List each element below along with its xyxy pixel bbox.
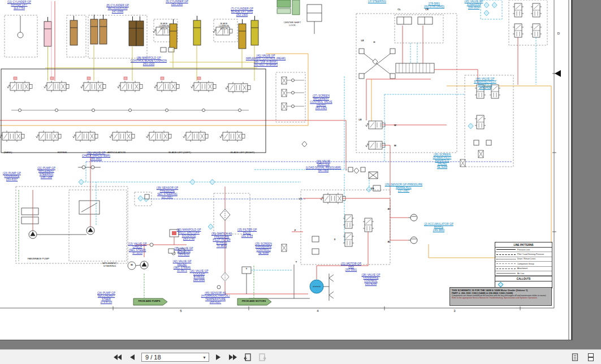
schematic-label[interactable]: (35) VALVE GP CHECK(N) 193-9230 bbox=[175, 247, 193, 256]
schematic-label[interactable]: (16) VALVE GP COOLER BYPASS 266-1595 bbox=[190, 270, 209, 282]
schematic-label[interactable]: (36) VALVE GP CHECK (IMPL/STEER) 255-363… bbox=[82, 151, 110, 161]
schematic-label: BLADE LIFT (RIGHT) bbox=[231, 151, 254, 154]
schematic-label[interactable]: (27) SCREEN IMPLEMENT CONTROL VALVE (REA… bbox=[310, 94, 332, 110]
page-lines-icon bbox=[587, 353, 595, 361]
schematic-label[interactable]: (38) MANIFOLD GP CONTROL BLADE CUSHION 2… bbox=[131, 57, 167, 66]
schematic-label[interactable]: (15) FILTER GP PILOT 191-9784 bbox=[237, 228, 257, 237]
schematic-label[interactable]: (13) VALVE GP CHECK (SEC STEER) 9T-1013 bbox=[128, 242, 147, 255]
schematic-label: H bbox=[374, 41, 375, 44]
page-with-arrow-disabled-icon bbox=[258, 353, 266, 361]
schematic-label[interactable]: (25) SCREEN (FAN/BRAKE CONTROL) 6E-5088 bbox=[255, 242, 272, 255]
next-view-button[interactable] bbox=[257, 352, 268, 363]
schematic-note-box: THIS SCHEMATIC IS FOR THE 140M & 160M Mo… bbox=[449, 287, 552, 306]
schematic-label[interactable]: (31) SWITCH AS PRESSURE PILOT FILTER BYP… bbox=[211, 232, 232, 248]
schematic-label: (BANK) bbox=[4, 151, 12, 154]
schematic-label[interactable]: (26) SCREEN (STEER PILOT MANIFOLD VALVE)… bbox=[433, 153, 452, 168]
legend-row: Component Group bbox=[495, 262, 552, 266]
schematic-label: M bbox=[131, 264, 132, 267]
schematic-label[interactable]: LH STEERING bbox=[368, 0, 386, 3]
schematic-label[interactable]: (34) VALVE SHUTTLE (LOAD SIGNAL RESOLVER… bbox=[306, 160, 341, 172]
page-with-arrow-icon bbox=[244, 353, 252, 361]
schematic-label: ARTICULATION bbox=[107, 151, 126, 154]
schematic-label: T bbox=[246, 268, 247, 271]
schematic-label: A2 bbox=[387, 241, 390, 244]
schematic-label[interactable]: (11) CYLINDER GP RIPPER LIFT 113-7754 bbox=[7, 1, 31, 10]
schematic-label: P bbox=[295, 229, 296, 232]
continuous-view-button[interactable] bbox=[585, 352, 596, 363]
legend-row: Air Line bbox=[495, 271, 552, 276]
left-triangle-icon bbox=[130, 354, 135, 360]
schematic-label[interactable]: (29) SENSOR GP-PRESSURE BRAKE ACC 237-09… bbox=[385, 183, 422, 192]
schematic-label[interactable]: (42) VALVE GP RELIEF (SEC STEER) 9T-8971 bbox=[173, 260, 192, 272]
next-page-button[interactable] bbox=[213, 352, 224, 363]
schematic-label: LS bbox=[299, 198, 301, 201]
double-left-triangle-icon bbox=[114, 354, 122, 360]
schematic-label: IMPLEMENT/ STEERING bbox=[102, 262, 118, 267]
page-outline-icon bbox=[571, 353, 579, 361]
page-number-select[interactable]: 9 / 18 ▼ bbox=[141, 353, 209, 362]
schematic-label: FROM AWD PUMPS bbox=[138, 300, 160, 303]
schematic-label[interactable]: (8) CYLINDER GP ARTICULATION 247-0096 bbox=[106, 4, 129, 13]
schematic-label: FAN/BRAKE PUMP bbox=[28, 257, 50, 260]
schematic-label[interactable]: (21) PUMP GP IMPLEMENT STEERING 238-7298 bbox=[37, 167, 55, 179]
previous-view-button[interactable] bbox=[242, 352, 253, 363]
schematic-label: BLADE CUSHION ATTCH bbox=[219, 23, 229, 30]
single-page-view-button[interactable] bbox=[569, 352, 581, 363]
callouts-title: CALLOUTS bbox=[495, 276, 552, 281]
schematic-label[interactable]: (2) ACCUMULATOR GP BRAKE 249-3860 bbox=[424, 223, 453, 232]
schematic-label[interactable]: (44) VALVE GP STEERING PILOT MANIFOLD 25… bbox=[474, 77, 496, 90]
schematic-label: 5 bbox=[180, 309, 181, 313]
schematic-label: A1 bbox=[387, 208, 390, 211]
schematic-label: BLADE LIFT (LEFT) bbox=[168, 151, 191, 154]
line-patterns-legend: LINE PATTERNS Pressure LinePilot / Load … bbox=[495, 242, 552, 288]
schematic-label[interactable]: (6) CYLINDER GP 262-1900 bbox=[166, 0, 188, 6]
schematic-label: X bbox=[334, 239, 336, 241]
previous-page-button[interactable] bbox=[127, 352, 138, 363]
last-page-button[interactable] bbox=[227, 352, 239, 363]
schematic-label: D bbox=[557, 32, 560, 36]
schematic-label: LE bbox=[361, 40, 364, 42]
schematic-label[interactable]: (39) SENSOR GP PRESSURE SEC STEERING 237… bbox=[157, 187, 178, 199]
schematic-label: CR bbox=[425, 8, 429, 11]
schematic-label[interactable]: (45) SENSOR AS (HYDRAULIC FAN OIL) TEMPE… bbox=[201, 292, 230, 304]
page-navigation: 9 / 18 ▼ bbox=[112, 352, 268, 363]
schematic-label: 3 bbox=[453, 309, 455, 313]
dropdown-arrow-icon: ▼ bbox=[202, 356, 206, 359]
schematic-label: FROM AWD MOTORS bbox=[242, 300, 266, 303]
schematic-label[interactable]: (24) PUMP GP SECONDARY STEER 273-8714 bbox=[97, 292, 115, 304]
note-lines: THIS SCHEMATIC IS FOR THE 140M & 160M Mo… bbox=[452, 289, 550, 300]
legend-rows: Pressure LinePilot / Load Sensing Pressu… bbox=[495, 248, 552, 276]
schematic-label: RIPPER bbox=[58, 151, 67, 154]
right-triangle-icon bbox=[216, 354, 220, 360]
schematic-label: T bbox=[296, 261, 297, 264]
schematic-label: CL bbox=[397, 8, 400, 11]
schematic-label[interactable]: (43) VALVE GP STEERING 308-0934 bbox=[465, 0, 483, 9]
schematic-label[interactable]: (21) MOTOR GP FAN 250-9831 bbox=[341, 262, 361, 271]
legend-row: Pilot / Load Sensing Pressure bbox=[495, 252, 552, 257]
legend-row: Drain / Return Lines bbox=[495, 257, 552, 262]
view-mode-buttons bbox=[569, 352, 596, 363]
double-right-triangle-icon bbox=[229, 354, 237, 360]
schematic-label: 4 bbox=[317, 309, 318, 313]
legend-title: LINE PATTERNS bbox=[495, 242, 552, 248]
schematic-label[interactable]: (30) MANIFOLD GP PILOT SHUTOFF SOLENOID … bbox=[177, 228, 201, 241]
schematic-label: PS bbox=[371, 188, 374, 190]
pdf-viewer: (11) CYLINDER GP RIPPER LIFT 113-7754(8)… bbox=[0, 0, 601, 364]
legend-row: Pressure Line bbox=[495, 248, 552, 252]
schematic-label: LE bbox=[358, 119, 361, 122]
note-line: Refer to the appropriate Service Manual … bbox=[452, 297, 550, 299]
schematic-page: (11) CYLINDER GP RIPPER LIFT 113-7754(8)… bbox=[0, 0, 573, 340]
schematic-label[interactable]: (23) PUMP GP FAN/BRAKE 250-8337 bbox=[3, 172, 21, 181]
schematic-label[interactable]: (28) VALVE GP FAN/BRAKE CONTROL 251-8256 bbox=[362, 274, 381, 286]
viewer-toolbar: 9 / 18 ▼ bbox=[0, 349, 601, 364]
first-page-button[interactable] bbox=[112, 352, 123, 363]
schematic-label: BLADE CUSHION ATTCH bbox=[159, 23, 169, 30]
schematic-label[interactable]: (41) VALVE GP IMPLEMENT CONTROL (REAR) 2… bbox=[246, 54, 286, 67]
schematic-label: W bbox=[394, 124, 396, 127]
page-indicator: 9 / 18 bbox=[145, 354, 161, 361]
schematic-label: CENTER SHIFT LOCK bbox=[284, 21, 301, 27]
schematic-label[interactable]: (7) CYLINDER GP BLADE LIFT (RH) 262-1900 bbox=[231, 7, 253, 16]
schematic-label: W bbox=[394, 145, 396, 148]
legend-row: Attachment bbox=[495, 267, 552, 271]
